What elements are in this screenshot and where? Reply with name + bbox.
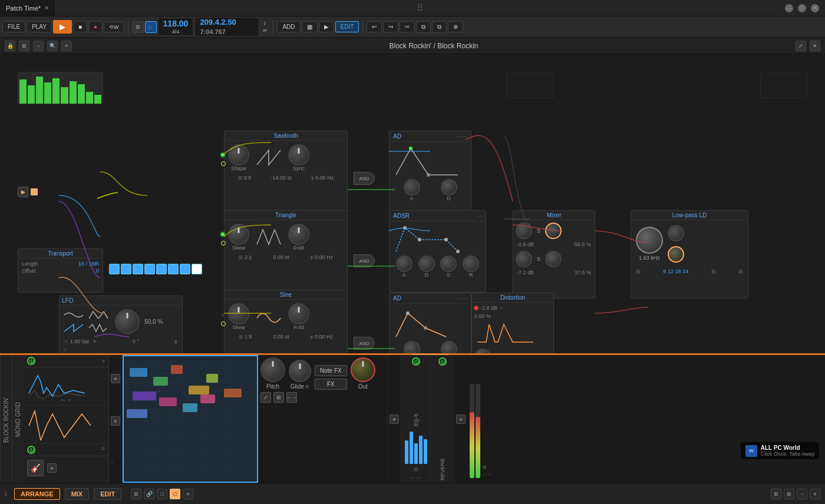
shape-knob[interactable] — [228, 144, 249, 165]
edit-button[interactable]: EDIT — [335, 21, 359, 32]
step-8[interactable] — [192, 264, 202, 274]
sync-knob[interactable] — [288, 144, 309, 165]
plus-btn-1[interactable]: + — [111, 374, 120, 383]
mixer-knob-4[interactable] — [545, 251, 562, 267]
reverb-power-icon[interactable]: ⏻ — [438, 357, 447, 366]
expand-bottom-icon[interactable]: ⤢ — [260, 392, 271, 403]
maximize-button[interactable]: □ — [798, 4, 806, 12]
play-label-button[interactable]: PLAY — [27, 21, 52, 32]
close-button[interactable]: ✕ — [811, 4, 819, 12]
sawtooth-wave-icon[interactable] — [63, 323, 84, 333]
note-fx-button[interactable]: Note FX — [315, 365, 347, 376]
add-button[interactable]: ADD — [277, 21, 300, 32]
d-knob-adsr[interactable] — [418, 256, 435, 272]
s-knob-adsr[interactable] — [440, 256, 457, 272]
power-icon-2[interactable]: ⏻ — [27, 446, 35, 454]
lowpass-drive-knob[interactable] — [668, 246, 684, 263]
mini-stop-icon[interactable] — [31, 188, 38, 195]
fx-button[interactable]: FX — [315, 379, 347, 390]
step-3[interactable] — [133, 264, 143, 274]
d-knob-1[interactable] — [441, 179, 457, 195]
glide-knob[interactable] — [289, 360, 311, 382]
saw-port-1[interactable] — [221, 161, 226, 166]
eq-power-icon[interactable]: ⏻ — [412, 357, 420, 366]
sine-wave-icon[interactable] — [63, 310, 84, 320]
mixer-knob-3[interactable] — [516, 251, 532, 267]
bar-icon-3[interactable]: □ — [157, 489, 167, 499]
copy2-button[interactable]: ⧉ — [432, 21, 447, 33]
expand-icon[interactable]: ⤢ — [796, 41, 806, 51]
step-4[interactable] — [144, 264, 155, 274]
plus-btn-2[interactable]: + — [111, 416, 120, 426]
triangle-wave-icon[interactable] — [88, 310, 109, 320]
pitch-knob[interactable] — [260, 357, 285, 382]
step-1[interactable] — [109, 264, 120, 274]
arrows-bottom-icon[interactable]: ←→ — [286, 392, 297, 403]
a-knob-adsr[interactable] — [396, 256, 412, 272]
tab-close-icon[interactable]: ✕ — [44, 5, 49, 11]
plus-btn-3[interactable]: + — [390, 415, 399, 424]
watermark-text: ALL PC World Click Once, Take Away — [761, 445, 814, 457]
lock-icon[interactable]: 🔒 — [5, 41, 15, 51]
bar-right-4[interactable]: ≡ — [810, 489, 820, 499]
mini-play-icon[interactable]: ▶ — [18, 187, 28, 197]
r-knob-adsr[interactable] — [463, 256, 479, 272]
play-button[interactable]: ▶ — [53, 20, 72, 34]
edit-bar-button[interactable]: EDIT — [94, 488, 121, 500]
delete-button[interactable]: ⊗ — [448, 21, 463, 32]
arrange-button[interactable]: ARRANGE — [14, 488, 60, 500]
sine-port-1[interactable] — [221, 321, 226, 326]
step-5[interactable] — [156, 264, 167, 274]
minus-icon[interactable]: − — [33, 41, 44, 51]
power-icon-1[interactable]: ⏻ — [27, 357, 35, 365]
mixer-knob-1[interactable] — [516, 223, 532, 239]
lowpass-freq-knob[interactable] — [636, 227, 663, 254]
play2-button[interactable]: ▶ — [319, 21, 334, 32]
a-knob-1[interactable] — [404, 179, 420, 195]
instrument-icon[interactable]: 🎸 — [27, 460, 44, 476]
fold-knob-1[interactable] — [288, 224, 309, 245]
bar-right-2[interactable]: ⊞ — [784, 489, 794, 499]
lowpass-res-knob[interactable] — [668, 225, 684, 241]
fold-knob-2[interactable] — [288, 303, 309, 324]
eq-bar-2 — [410, 432, 413, 464]
stop-button[interactable]: ■ — [73, 21, 87, 32]
tri-port-1[interactable] — [221, 241, 226, 246]
bar-right-1[interactable]: ⊞ — [771, 489, 781, 499]
grid-icon[interactable]: ⊞ — [19, 41, 29, 51]
out-knob[interactable] — [351, 357, 375, 382]
search-icon[interactable]: 🔍 — [47, 41, 58, 51]
plus-icon[interactable]: + — [61, 41, 72, 51]
step-7[interactable] — [180, 264, 190, 274]
skew-knob-1[interactable] — [228, 224, 249, 245]
piano-roll[interactable] — [123, 355, 258, 483]
copy1-button[interactable]: ⧉ — [416, 21, 431, 33]
bar-icon-2[interactable]: 🔗 — [144, 489, 154, 499]
grid-bottom-icon[interactable]: ⊞ — [273, 392, 284, 403]
redo-button[interactable]: ↪ — [383, 21, 398, 32]
active-tab[interactable]: Patch Time* ✕ — [0, 0, 55, 16]
mixer-knob-2[interactable] — [545, 223, 562, 239]
transport-mode-1[interactable]: ⊞ — [132, 21, 144, 33]
record-button[interactable]: ● — [88, 21, 103, 32]
transport-mode-2[interactable]: ▷ — [145, 21, 157, 33]
bar-icon-4[interactable]: □ — [170, 489, 180, 499]
complex-wave-icon[interactable] — [88, 323, 109, 333]
lfo-wave-select — [63, 310, 110, 333]
bar-icon-1[interactable]: ⊞ — [131, 489, 141, 499]
skew-knob-2[interactable] — [228, 303, 249, 324]
cut-button[interactable]: ✂ — [400, 21, 415, 32]
chart-button[interactable]: ▦ — [302, 21, 318, 32]
minimize-button[interactable]: — — [785, 4, 793, 12]
bar-right-3[interactable]: → — [797, 489, 807, 499]
plus-btn-4[interactable]: + — [456, 415, 466, 424]
patch-close-icon[interactable]: ✕ — [810, 41, 820, 51]
file-button[interactable]: FILE — [2, 21, 25, 32]
step-6[interactable] — [168, 264, 179, 274]
mix-button[interactable]: MIX — [65, 488, 90, 500]
undo-button[interactable]: ↩ — [367, 21, 382, 32]
bar-icon-5[interactable]: ≡ — [183, 489, 193, 499]
step-2[interactable] — [121, 264, 131, 274]
lfo-rate-knob[interactable] — [115, 309, 140, 334]
loop-button[interactable]: ⟲W — [104, 22, 124, 32]
